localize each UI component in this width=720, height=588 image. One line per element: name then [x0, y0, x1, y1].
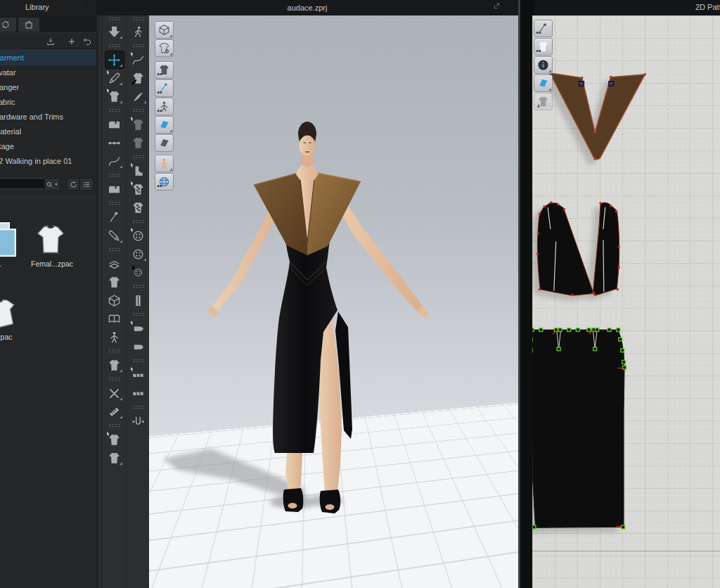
- tool-auto-sewing[interactable]: [105, 181, 124, 198]
- clo3d-app: { "window": {"width": 1024, "height": 83…: [0, 0, 720, 588]
- toolbar-grip[interactable]: [103, 15, 126, 23]
- file-item-image[interactable]: .: [0, 222, 18, 268]
- tool-button-place[interactable]: [129, 227, 148, 244]
- library-item-garment[interactable]: Garment: [0, 51, 96, 65]
- tool-sewing-machine[interactable]: [105, 116, 124, 133]
- tool-checker-garment[interactable]: [129, 199, 148, 216]
- toolbar-separator: [127, 309, 150, 319]
- tool-pin[interactable]: [105, 209, 124, 226]
- viewport-3d[interactable]: [149, 15, 518, 588]
- piece-skirt[interactable]: [532, 330, 624, 528]
- tool-strip-select[interactable]: [129, 366, 148, 383]
- tool-fabric-roll-select[interactable]: [129, 320, 148, 337]
- tool-select-move[interactable]: [105, 51, 124, 68]
- tool-select-garment[interactable]: [105, 88, 124, 105]
- refresh-icon: [70, 181, 77, 188]
- library-titlebar: Library: [0, 0, 96, 15]
- tool-select-dark-garment[interactable]: [129, 116, 148, 133]
- show-garment-button[interactable]: [155, 61, 174, 79]
- library-item-fabric[interactable]: Fabric: [0, 95, 96, 110]
- piece-collar-v[interactable]: [550, 73, 645, 160]
- tool-segment-sewing[interactable]: [105, 134, 124, 151]
- file-item-zpac[interactable]: .zpac: [0, 295, 21, 341]
- library-search-row: [0, 177, 96, 192]
- show-pins-button[interactable]: [155, 79, 174, 97]
- show-stitches-button[interactable]: [534, 20, 553, 37]
- file-label: Femal...zpac: [31, 260, 73, 268]
- avatar-head[interactable]: [298, 122, 316, 156]
- tool-fabric-roll[interactable]: [129, 338, 148, 355]
- library-item-hanger[interactable]: Hanger: [0, 80, 96, 95]
- avatar-display-button[interactable]: [155, 155, 174, 172]
- mesh-surface-button[interactable]: [155, 134, 174, 152]
- tool-button[interactable]: [129, 245, 148, 262]
- piece-bodice-left[interactable]: [537, 203, 593, 295]
- undo-button[interactable]: [80, 35, 94, 48]
- textured-pattern-button[interactable]: [534, 75, 553, 92]
- library-item-avatar[interactable]: Avatar: [0, 65, 96, 80]
- tool-fold-arrangement[interactable]: [105, 292, 124, 309]
- tool-align-clip[interactable]: [129, 413, 148, 430]
- tool-edit-sewing[interactable]: [105, 70, 124, 87]
- popout-icon[interactable]: [493, 2, 503, 12]
- toolbar-separator: [103, 106, 126, 115]
- dock-pin-left-icon[interactable]: [84, 3, 94, 12]
- tool-strip[interactable]: [129, 385, 148, 402]
- tool-fold-book[interactable]: [105, 310, 124, 327]
- render-style-button[interactable]: [155, 21, 174, 39]
- tool-sew-pen[interactable]: [129, 70, 148, 87]
- collar-pins[interactable]: [579, 81, 614, 86]
- store-tab[interactable]: [18, 17, 40, 32]
- tool-zipper[interactable]: [129, 292, 148, 309]
- tool-simulate-arrow[interactable]: [105, 23, 124, 40]
- refresh-button[interactable]: [67, 178, 79, 191]
- toolbar-grip[interactable]: [127, 15, 150, 23]
- tool-pin-remove[interactable]: [129, 134, 148, 151]
- library-item-stage[interactable]: Stage: [0, 139, 96, 154]
- tool-shirt-tape[interactable]: [105, 449, 124, 466]
- tool-boots[interactable]: [129, 162, 148, 179]
- tool-fit-to-avatar[interactable]: [105, 328, 124, 345]
- download-icon: [46, 37, 56, 46]
- search-icon: [46, 181, 53, 188]
- tool-cut-and-sew[interactable]: [129, 88, 148, 105]
- tool-flatten[interactable]: [105, 255, 124, 272]
- search-input[interactable]: [0, 178, 46, 189]
- pattern-panel-2d[interactable]: [532, 15, 720, 588]
- pattern-information-button[interactable]: [534, 56, 553, 74]
- library-item-material[interactable]: Material: [0, 124, 96, 139]
- download-button[interactable]: [44, 35, 58, 48]
- show-avatar-button[interactable]: [155, 98, 174, 115]
- toolbar-separator: [127, 402, 150, 412]
- tool-walk-animation[interactable]: [129, 23, 148, 40]
- tool-select-curve[interactable]: [129, 51, 148, 68]
- list-view-button[interactable]: [79, 178, 94, 191]
- avatar-3d[interactable]: [149, 15, 518, 588]
- tool-buttonhole-lock[interactable]: [129, 264, 148, 281]
- tool-free-sewing[interactable]: [105, 153, 124, 170]
- tool-jacket-remesh[interactable]: [105, 274, 124, 290]
- tool-garment-up[interactable]: [105, 357, 124, 373]
- show-environment-button[interactable]: [155, 173, 174, 191]
- viewport-titlebar[interactable]: audace.zprj: [96, 0, 518, 15]
- piece-bodice-right[interactable]: [593, 203, 619, 295]
- ghost-garment-button[interactable]: [155, 39, 174, 57]
- tool-shirt-tape-select[interactable]: [105, 431, 124, 448]
- library-action-row: [0, 33, 96, 51]
- show-silhouette-button[interactable]: [534, 38, 553, 56]
- pattern-titlebar[interactable]: 2D Pattern: [518, 0, 720, 15]
- file-item-female-zpac[interactable]: Femal...zpac: [31, 220, 70, 268]
- tool-checker-garment-select[interactable]: [129, 181, 148, 198]
- connect-tab[interactable]: [0, 17, 17, 32]
- avatar-left-leg: [285, 453, 302, 492]
- tool-tape-measure[interactable]: [105, 403, 124, 420]
- tool-tape-cross[interactable]: [105, 385, 124, 402]
- tool-sew-3d-pen[interactable]: [105, 227, 124, 244]
- toolbar-separator: [127, 106, 150, 115]
- textured-surface-button[interactable]: [155, 116, 174, 134]
- add-button[interactable]: [65, 35, 79, 48]
- library-item-hardware-trims[interactable]: Hardware and Trims: [0, 110, 96, 124]
- lock-patterns-button[interactable]: [534, 93, 553, 110]
- search-button[interactable]: [44, 178, 60, 191]
- library-item-walking[interactable]: V2 Walking in place 01: [0, 154, 96, 169]
